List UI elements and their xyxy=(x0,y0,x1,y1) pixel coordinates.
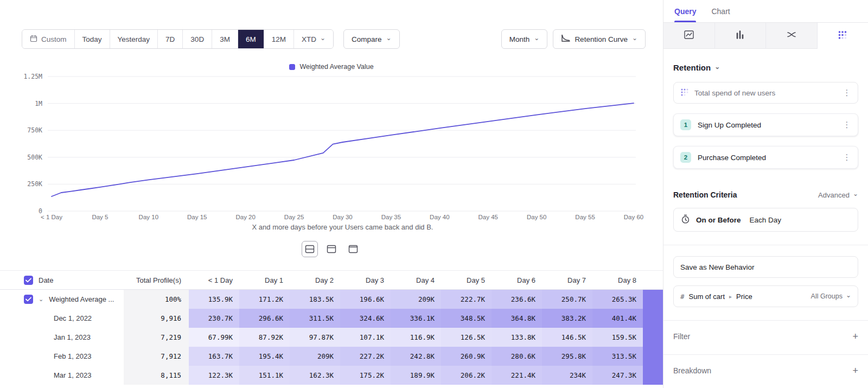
retention-value-cell[interactable]: 296.6K xyxy=(239,309,290,328)
condition-value[interactable]: Each Day xyxy=(750,216,782,224)
retention-value-cell[interactable]: 133.8K xyxy=(492,328,542,347)
retention-value-cell[interactable]: 196.6K xyxy=(340,290,391,309)
retention-value-cell[interactable]: 135.9K xyxy=(189,290,239,309)
range-button-6m[interactable]: 6M xyxy=(238,30,264,48)
tab-query[interactable]: Query xyxy=(674,0,696,22)
day-column-header[interactable]: Day 4 xyxy=(391,271,441,289)
retention-value-cell[interactable]: 122.3K xyxy=(189,366,239,385)
retention-value-cell[interactable]: 247.3K xyxy=(592,366,643,385)
day-column-header[interactable]: Day 2 xyxy=(290,271,340,289)
day-column-header[interactable]: < 1 Day xyxy=(189,271,239,289)
retention-value-cell[interactable]: 383.2K xyxy=(542,309,592,328)
row-checkbox[interactable] xyxy=(24,276,33,285)
retention-value-cell[interactable]: 227.2K xyxy=(340,347,391,366)
retention-value-cell[interactable]: 209K xyxy=(391,290,441,309)
report-type-funnels[interactable] xyxy=(715,23,767,49)
day-column-header[interactable]: Day 8 xyxy=(592,271,643,289)
tab-chart[interactable]: Chart xyxy=(711,0,730,22)
retention-value-cell[interactable]: 265.3K xyxy=(592,290,643,309)
retention-value-cell[interactable]: 221.4K xyxy=(492,366,542,385)
total-profiles-cell[interactable]: 100% xyxy=(124,290,189,309)
retention-value-cell[interactable]: 97.87K xyxy=(290,328,340,347)
day-column-header[interactable]: Day 6 xyxy=(492,271,542,289)
date-column-header[interactable]: Date xyxy=(0,271,124,289)
retention-value-cell[interactable]: 171.2K xyxy=(239,290,290,309)
retention-value-cell[interactable]: 67.99K xyxy=(189,328,239,347)
retention-value-cell[interactable]: 348.5K xyxy=(441,309,492,328)
report-type-flows[interactable] xyxy=(766,23,818,49)
retention-value-cell[interactable]: 236.6K xyxy=(492,290,542,309)
retention-value-cell[interactable]: 401.4K xyxy=(592,309,643,328)
retention-value-cell[interactable]: 336.1K xyxy=(391,309,441,328)
retention-condition-row[interactable]: On or Before Each Day xyxy=(673,208,858,232)
retention-value-cell[interactable]: 151.1K xyxy=(239,366,290,385)
retention-value-cell[interactable]: 324.6K xyxy=(340,309,391,328)
row-date-cell[interactable]: Feb 1, 2023 xyxy=(0,347,124,366)
retention-value-cell[interactable]: 280.6K xyxy=(492,347,542,366)
retention-value-cell[interactable]: 313.5K xyxy=(592,347,643,366)
total-profiles-cell[interactable]: 9,916 xyxy=(124,309,189,328)
range-button-yesterday[interactable]: Yesterday xyxy=(110,30,158,48)
row-checkbox[interactable] xyxy=(24,295,33,304)
retention-value-cell[interactable]: 126.5K xyxy=(441,328,492,347)
range-button-xtd[interactable]: XTD⌄ xyxy=(294,30,333,48)
row-date-cell[interactable]: ⌄Weighted Average ... xyxy=(0,290,124,309)
kebab-menu-icon[interactable]: ⋮ xyxy=(843,152,851,162)
range-button-custom[interactable]: Custom xyxy=(22,30,75,48)
retention-curve-line[interactable] xyxy=(52,103,634,196)
save-as-new-behavior-button[interactable]: Save as New Behavior xyxy=(673,256,858,278)
day-column-header[interactable]: Day 1 xyxy=(239,271,290,289)
day-column-header[interactable]: Day 3 xyxy=(340,271,391,289)
condition-operator[interactable]: On or Before xyxy=(696,216,741,224)
retention-value-cell[interactable]: 295.8K xyxy=(542,347,592,366)
retention-value-cell[interactable]: 116.9K xyxy=(391,328,441,347)
retention-value-cell[interactable]: 183.5K xyxy=(290,290,340,309)
row-date-cell[interactable]: Dec 1, 2022 xyxy=(0,309,124,328)
chart-type-button[interactable]: Retention Curve ⌄ xyxy=(553,29,646,49)
measure-row[interactable]: # Sum of cart ▸ Price All Groups ⌄ xyxy=(673,285,858,307)
row-date-cell[interactable]: Jan 1, 2023 xyxy=(0,328,124,347)
report-type-retention[interactable] xyxy=(818,23,868,49)
day-column-header[interactable]: Day 7 xyxy=(542,271,592,289)
total-profiles-cell[interactable]: 8,115 xyxy=(124,366,189,385)
retention-value-cell[interactable]: 250.7K xyxy=(542,290,592,309)
total-profiles-cell[interactable]: 7,219 xyxy=(124,328,189,347)
retention-value-cell[interactable]: 87.92K xyxy=(239,328,290,347)
range-button-today[interactable]: Today xyxy=(75,30,110,48)
density-toggle-compact[interactable] xyxy=(345,241,361,257)
retention-value-cell[interactable]: 189.9K xyxy=(391,366,441,385)
retention-value-cell[interactable]: 195.4K xyxy=(239,347,290,366)
retention-value-cell[interactable]: 162.3K xyxy=(290,366,340,385)
retention-value-cell[interactable]: 163.7K xyxy=(189,347,239,366)
retention-value-cell[interactable]: 234K xyxy=(542,366,592,385)
range-button-3m[interactable]: 3M xyxy=(212,30,238,48)
total-column-header[interactable]: Total Profile(s) xyxy=(124,271,189,289)
retention-value-cell[interactable]: 209K xyxy=(290,347,340,366)
add-breakdown-button[interactable]: + xyxy=(852,366,858,376)
retention-value-cell[interactable]: 364.8K xyxy=(492,309,542,328)
retention-value-cell[interactable]: 222.7K xyxy=(441,290,492,309)
expand-chevron-icon[interactable]: ⌄ xyxy=(39,296,43,302)
kebab-menu-icon[interactable]: ⋮ xyxy=(843,120,851,130)
retention-value-cell[interactable]: 242.8K xyxy=(391,347,441,366)
range-button-7d[interactable]: 7D xyxy=(158,30,183,48)
day-column-header[interactable]: Day 5 xyxy=(441,271,492,289)
density-toggle-header-row[interactable] xyxy=(323,241,340,257)
range-button-12m[interactable]: 12M xyxy=(264,30,294,48)
row-date-cell[interactable]: Mar 1, 2023 xyxy=(0,366,124,385)
retention-value-cell[interactable]: 260.9K xyxy=(441,347,492,366)
retention-value-cell[interactable]: 107.1K xyxy=(340,328,391,347)
kebab-menu-icon[interactable]: ⋮ xyxy=(843,88,851,98)
retention-value-cell[interactable]: 175.2K xyxy=(340,366,391,385)
criteria-mode-dropdown[interactable]: Advanced ⌄ xyxy=(818,191,858,199)
retention-value-cell[interactable]: 159.5K xyxy=(592,328,643,347)
step-row-1[interactable]: 1 Sign Up Completed ⋮ xyxy=(673,113,858,136)
retention-value-cell[interactable]: 311.5K xyxy=(290,309,340,328)
granularity-button[interactable]: Month ⌄ xyxy=(501,29,548,49)
compare-button[interactable]: Compare ⌄ xyxy=(343,29,400,49)
total-profiles-cell[interactable]: 7,912 xyxy=(124,347,189,366)
retention-value-cell[interactable]: 230.7K xyxy=(189,309,239,328)
retention-value-cell[interactable]: 206.2K xyxy=(441,366,492,385)
add-filter-button[interactable]: + xyxy=(852,332,858,341)
behavior-header[interactable]: Total spend of new users ⋮ xyxy=(673,82,858,104)
